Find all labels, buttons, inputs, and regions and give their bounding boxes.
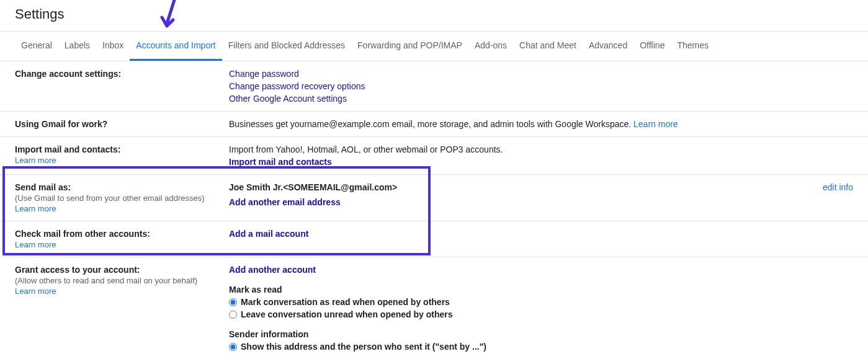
tab-advanced[interactable]: Advanced <box>583 32 633 61</box>
grant-title: Grant access to your account: <box>15 265 223 275</box>
work-desc: Businesses get yourname@example.com emai… <box>229 119 633 129</box>
work-title: Using Gmail for work? <box>15 119 223 129</box>
tab-chat-and-meet[interactable]: Chat and Meet <box>513 32 583 61</box>
tab-filters-and-blocked-addresses[interactable]: Filters and Blocked Addresses <box>222 32 351 61</box>
sender-info-radio-1[interactable] <box>229 343 237 351</box>
import-learn-more[interactable]: Learn more <box>15 156 56 165</box>
mark-as-read-heading: Mark as read <box>229 285 847 295</box>
check-mail-title: Check mail from other accounts: <box>15 229 223 239</box>
send-as-identity: Joe Smith Jr.<SOMEEMAIL@gmail.com> <box>229 182 817 192</box>
import-action[interactable]: Import mail and contacts <box>229 157 332 167</box>
link-change-recovery[interactable]: Change password recovery options <box>229 81 365 91</box>
mark-read-option-1[interactable]: Mark conversation as read when opened by… <box>229 297 847 307</box>
section-send-mail-as: Send mail as: (Use Gmail to send from yo… <box>0 175 868 221</box>
import-title: Import mail and contacts: <box>15 144 223 154</box>
grant-add-account[interactable]: Add another account <box>229 265 316 275</box>
mark-read-radio-2[interactable] <box>229 311 237 319</box>
import-desc: Import from Yahoo!, Hotmail, AOL, or oth… <box>229 144 847 154</box>
send-as-sub: (Use Gmail to send from your other email… <box>15 193 223 203</box>
mark-read-option-2[interactable]: Leave conversation unread when opened by… <box>229 309 847 319</box>
work-learn-more[interactable]: Learn more <box>633 119 678 129</box>
check-mail-learn-more[interactable]: Learn more <box>15 240 56 249</box>
send-as-edit-info[interactable]: edit info <box>823 182 853 192</box>
settings-tabs: GeneralLabelsInboxAccounts and ImportFil… <box>0 32 868 61</box>
send-as-title: Send mail as: <box>15 182 223 192</box>
tab-accounts-and-import[interactable]: Accounts and Import <box>130 32 221 61</box>
section-check-mail: Check mail from other accounts: Learn mo… <box>0 221 868 257</box>
tab-offline[interactable]: Offline <box>633 32 671 61</box>
mark-read-label-2: Leave conversation unread when opened by… <box>241 309 453 319</box>
send-as-add-address[interactable]: Add another email address <box>229 197 341 207</box>
sender-info-heading: Sender information <box>229 329 847 339</box>
tab-add-ons[interactable]: Add-ons <box>468 32 513 61</box>
tab-themes[interactable]: Themes <box>671 32 715 61</box>
link-other-settings[interactable]: Other Google Account settings <box>229 94 347 104</box>
mark-read-label-1: Mark conversation as read when opened by… <box>241 297 450 307</box>
tab-general[interactable]: General <box>15 32 58 61</box>
section-import: Import mail and contacts: Learn more Imp… <box>0 137 868 175</box>
grant-sub: (Allow others to read and send mail on y… <box>15 276 223 285</box>
page-title: Settings <box>0 0 868 31</box>
section-grant-access: Grant access to your account: (Allow oth… <box>0 257 868 359</box>
link-change-password[interactable]: Change password <box>229 69 299 79</box>
tab-labels[interactable]: Labels <box>58 32 96 61</box>
check-mail-add-account[interactable]: Add a mail account <box>229 229 308 239</box>
mark-read-radio-1[interactable] <box>229 298 237 306</box>
section-change-account: Change account settings: Change password… <box>0 61 868 112</box>
tab-forwarding-and-pop-imap[interactable]: Forwarding and POP/IMAP <box>351 32 468 61</box>
change-account-title: Change account settings: <box>15 69 223 79</box>
send-as-learn-more[interactable]: Learn more <box>15 204 56 213</box>
section-work: Using Gmail for work? Businesses get you… <box>0 112 868 137</box>
sender-info-label-1: Show this address and the person who sen… <box>241 342 486 352</box>
grant-learn-more[interactable]: Learn more <box>15 286 56 296</box>
tab-inbox[interactable]: Inbox <box>96 32 130 61</box>
settings-sections: Change account settings: Change password… <box>0 61 868 359</box>
sender-info-option-1[interactable]: Show this address and the person who sen… <box>229 342 847 352</box>
